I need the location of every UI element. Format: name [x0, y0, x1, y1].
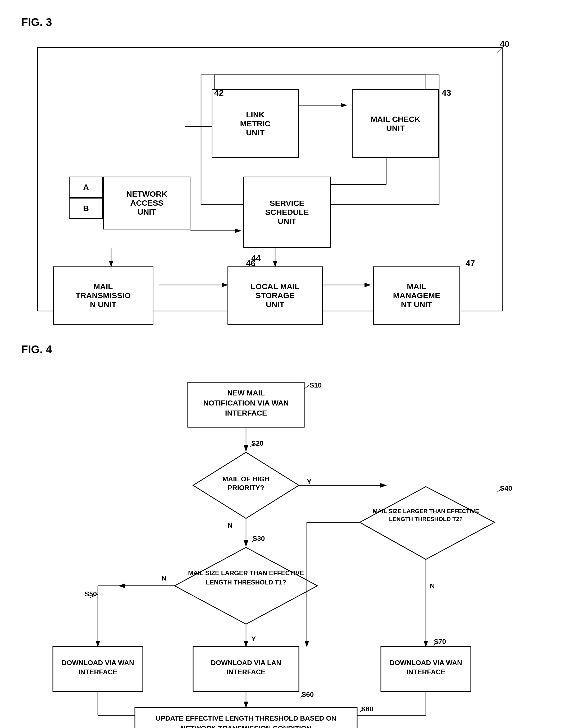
- ref-47: 47: [466, 259, 475, 268]
- svg-text:S40: S40: [500, 484, 512, 492]
- svg-text:DOWNLOAD VIA WAN: DOWNLOAD VIA WAN: [62, 659, 134, 667]
- svg-marker-35: [174, 547, 318, 624]
- svg-text:LENGTH THRESHOLD T2?: LENGTH THRESHOLD T2?: [389, 516, 463, 522]
- svg-text:S10: S10: [310, 381, 322, 389]
- fig4-label: FIG. 4: [21, 343, 544, 356]
- svg-text:DOWNLOAD VIA LAN: DOWNLOAD VIA LAN: [211, 659, 281, 667]
- svg-text:N: N: [161, 574, 166, 582]
- svg-text:S50: S50: [85, 590, 97, 598]
- svg-text:S30: S30: [252, 535, 265, 542]
- mail-check-unit: MAIL CHECKUNIT: [352, 89, 439, 158]
- ref-43: 43: [442, 88, 451, 98]
- svg-text:Y: Y: [307, 478, 311, 486]
- svg-text:S60: S60: [302, 690, 314, 698]
- fig3-diagram: 40: [21, 36, 524, 322]
- svg-text:INTERFACE: INTERFACE: [78, 668, 117, 676]
- network-access-unit: NETWORKACCESSUNIT: [103, 177, 190, 229]
- svg-text:UPDATE EFFECTIVE LENGTH THRESH: UPDATE EFFECTIVE LENGTH THRESHOLD BASED …: [156, 714, 337, 722]
- fig4-svg: NEW MAIL NOTIFICATION VIA WAN INTERFACE …: [21, 366, 524, 728]
- svg-text:DOWNLOAD VIA WAN: DOWNLOAD VIA WAN: [390, 659, 462, 667]
- svg-text:INTERFACE: INTERFACE: [226, 668, 265, 676]
- svg-text:N: N: [227, 521, 232, 529]
- link-metric-unit: LINKMETRICUNIT: [211, 89, 299, 158]
- fig4-section: FIG. 4 NEW MAIL NOTIFICATION VIA WAN INT…: [21, 343, 544, 728]
- svg-text:S80: S80: [361, 705, 373, 713]
- svg-text:INTERFACE: INTERFACE: [225, 409, 267, 417]
- ref-42: 42: [214, 88, 224, 98]
- svg-line-22: [304, 385, 310, 389]
- fig4-diagram: NEW MAIL NOTIFICATION VIA WAN INTERFACE …: [21, 366, 524, 728]
- svg-text:MAIL SIZE LARGER THAN EFFECTIV: MAIL SIZE LARGER THAN EFFECTIVE: [188, 569, 304, 577]
- fig3-label: FIG. 3: [21, 16, 544, 29]
- svg-text:N: N: [430, 582, 435, 590]
- svg-text:S20: S20: [251, 439, 263, 447]
- service-schedule-unit: SERVICESCHEDULEUNIT: [243, 177, 331, 248]
- local-mail-storage-unit: LOCAL MAILSTORAGEUNIT: [227, 266, 323, 325]
- svg-marker-44: [360, 487, 495, 559]
- a-box: A: [69, 177, 103, 198]
- svg-text:INTERFACE: INTERFACE: [406, 668, 445, 676]
- ref-46: 46: [246, 259, 255, 268]
- svg-text:NEW MAIL: NEW MAIL: [227, 389, 265, 397]
- svg-text:NOTIFICATION VIA WAN: NOTIFICATION VIA WAN: [203, 399, 289, 407]
- mail-transmission-unit: MAILTRANSMISSION UNIT: [53, 266, 153, 325]
- svg-line-0: [497, 47, 503, 52]
- svg-text:S70: S70: [434, 638, 446, 646]
- svg-text:MAIL OF HIGH: MAIL OF HIGH: [222, 475, 270, 483]
- svg-text:LENGTH THRESHOLD T1?: LENGTH THRESHOLD T1?: [206, 579, 286, 586]
- svg-text:PRIORITY?: PRIORITY?: [228, 484, 264, 492]
- b-box: B: [69, 198, 103, 219]
- svg-text:MAIL SIZE LARGER THAN EFFECTIV: MAIL SIZE LARGER THAN EFFECTIVE: [373, 508, 479, 514]
- fig3-section: FIG. 3 40: [21, 16, 544, 322]
- svg-text:NETWORK TRANSMISSION CONDITION: NETWORK TRANSMISSION CONDITION: [181, 724, 311, 728]
- svg-text:Y: Y: [251, 635, 256, 643]
- mail-management-unit: MAILMANAGEMENT UNIT: [373, 266, 460, 325]
